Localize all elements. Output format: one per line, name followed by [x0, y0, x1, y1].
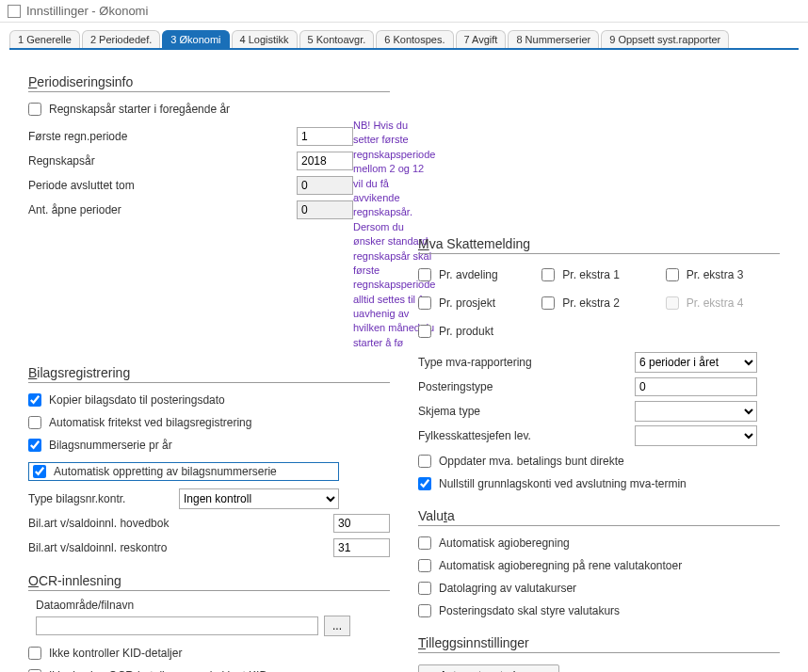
- input-ant-apne-perioder[interactable]: [297, 200, 353, 219]
- checkbox-kopier-bilagsdato[interactable]: [28, 393, 41, 407]
- tab-okonomi[interactable]: 3 Økonomi: [162, 30, 229, 48]
- row-regnskapsar-foregaende: Regnskapsår starter i foregående år: [28, 100, 390, 119]
- checkbox-automatisk-oppretting[interactable]: [33, 465, 46, 478]
- label-dataomrade: Dataområde/filnavn: [36, 599, 390, 612]
- tab-nummerserier[interactable]: 8 Nummerserier: [508, 30, 599, 48]
- tab-logistikk[interactable]: 4 Logistikk: [232, 30, 298, 48]
- label-automatisk-fritekst: Automatisk fritekst ved bilagsregistreri…: [49, 416, 251, 429]
- label-regnskapsar-foregaende: Regnskapsår starter i foregående år: [49, 103, 230, 116]
- label-skjema-type: Skjema type: [418, 405, 635, 418]
- checkbox-pr-produkt[interactable]: [418, 325, 431, 338]
- checkbox-pr-ekstra-1[interactable]: [541, 268, 555, 281]
- label-pr-prosjekt: Pr. prosjekt: [439, 296, 495, 310]
- checkbox-pr-prosjekt[interactable]: [418, 296, 431, 310]
- checkbox-automatisk-fritekst[interactable]: [28, 416, 41, 429]
- label-datolagring: Datolagring av valutakurser: [439, 582, 576, 595]
- label-ikke-kontroller-kid: Ikke kontroller KID-detaljer: [49, 647, 182, 660]
- label-bilart-hovedbok: Bil.art v/saldoinnl. hovedbok: [28, 517, 333, 530]
- title-bar: Innstillinger - Økonomi: [0, 0, 808, 23]
- label-periode-avsluttet-tom: Periode avsluttet tom: [28, 179, 297, 192]
- label-pr-avdeling: Pr. avdeling: [439, 268, 498, 281]
- checkbox-datolagring[interactable]: [418, 582, 431, 595]
- input-periode-avsluttet-tom[interactable]: [297, 176, 353, 195]
- content: Periodiseringsinfo Regnskapsår starter i…: [0, 50, 808, 672]
- label-pr-ekstra-4: Pr. ekstra 4: [687, 296, 744, 310]
- label-forste-regn-periode: Første regn.periode: [28, 130, 297, 143]
- input-posteringstype[interactable]: [635, 377, 757, 396]
- tab-avgift[interactable]: 7 Avgift: [456, 30, 507, 48]
- window-title: Innstillinger - Økonomi: [26, 4, 148, 18]
- checkbox-nullstill-grunnlagskonti[interactable]: [418, 477, 431, 490]
- label-bilart-reskontro: Bil.art v/saldoinnl. reskontro: [28, 541, 333, 554]
- checkbox-oppdater-mva-betalingsbunt[interactable]: [418, 455, 431, 468]
- select-type-bilagsnr-kontr[interactable]: Ingen kontroll: [179, 488, 339, 509]
- label-bilagsnummerserie-pr-ar: Bilagsnummerserie pr år: [49, 439, 172, 452]
- label-pr-ekstra-2: Pr. ekstra 2: [562, 296, 620, 310]
- tabs: 1 Generelle 2 Periodedef. 3 Økonomi 4 Lo…: [9, 30, 799, 50]
- label-pr-ekstra-3: Pr. ekstra 3: [687, 268, 744, 281]
- label-automatisk-agio-rene-valuta: Automatisk agioberegning på rene valutak…: [439, 559, 682, 572]
- row-automatisk-oppretting: Automatisk oppretting av bilagsnummerser…: [28, 462, 339, 481]
- checkbox-regnskapsar-foregaende[interactable]: [28, 103, 41, 116]
- label-fylkesskattesjefen: Fylkesskattesjefen lev.: [418, 429, 635, 442]
- section-periodiseringsinfo: Periodiseringsinfo: [28, 74, 390, 92]
- button-browse-dataomrade[interactable]: ...: [324, 616, 350, 636]
- input-forste-regn-periode[interactable]: [297, 127, 353, 146]
- label-pr-produkt: Pr. produkt: [439, 325, 493, 338]
- input-bilart-hovedbok[interactable]: [333, 514, 390, 533]
- mva-grid: Pr. avdeling Pr. ekstra 1 Pr. ekstra 3 P…: [418, 262, 780, 344]
- checkbox-ikke-kontroller-kid[interactable]: [28, 647, 41, 660]
- right-column: Mva Skattemelding Pr. avdeling Pr. ekstr…: [418, 59, 780, 672]
- label-oppdater-mva-betalingsbunt: Oppdater mva. betalings bunt direkte: [439, 455, 624, 468]
- label-automatisk-oppretting: Automatisk oppretting av bilagsnummerser…: [54, 465, 277, 478]
- checkbox-automatisk-agioberegning[interactable]: [418, 536, 431, 550]
- checkbox-pr-avdeling[interactable]: [418, 268, 431, 281]
- section-bilagsregistrering: Bilagsregistrering: [28, 365, 390, 383]
- label-posteringsdato-styre: Posteringsdato skal styre valutakurs: [439, 604, 620, 617]
- input-bilart-reskontro[interactable]: [333, 538, 390, 557]
- label-type-bilagsnr-kontr: Type bilagsnr.kontr.: [28, 492, 179, 505]
- label-nullstill-grunnlagskonti: Nullstill grunnlagskonti ved avslutning …: [439, 477, 687, 490]
- select-fylkesskattesjefen[interactable]: [635, 425, 757, 446]
- label-posteringstype: Posteringstype: [418, 380, 635, 393]
- label-ant-apne-perioder: Ant. åpne perioder: [28, 203, 297, 216]
- section-tillegg: Tilleggsinnstillinger: [418, 635, 780, 653]
- checkbox-automatisk-agio-rene-valuta[interactable]: [418, 559, 431, 572]
- label-type-mva: Type mva-rapportering: [418, 356, 635, 369]
- tab-generelle[interactable]: 1 Generelle: [9, 30, 80, 48]
- section-ocr: OCR-innlesning: [28, 573, 390, 591]
- checkbox-pr-ekstra-4: [666, 296, 679, 310]
- label-kopier-bilagsdato: Kopier bilagsdato til posteringsdato: [49, 393, 225, 407]
- checkbox-pr-ekstra-3[interactable]: [666, 268, 679, 281]
- input-dataomrade[interactable]: [36, 616, 318, 635]
- checkbox-posteringsdato-styre[interactable]: [418, 604, 431, 617]
- tab-kontoavgr[interactable]: 5 Kontoavgr.: [299, 30, 375, 48]
- tab-oppsett-syst-rapporter[interactable]: 9 Oppsett syst.rapporter: [601, 30, 729, 48]
- label-automatisk-agioberegning: Automatisk agioberegning: [439, 536, 570, 550]
- label-pr-ekstra-1: Pr. ekstra 1: [562, 268, 620, 281]
- tab-kontospes[interactable]: 6 Kontospes.: [376, 30, 453, 48]
- section-mva: Mva Skattemelding: [418, 236, 780, 254]
- tab-periodedef[interactable]: 2 Periodedef.: [82, 30, 160, 48]
- select-type-mva[interactable]: 6 perioder i året: [635, 352, 757, 373]
- app-icon: [8, 5, 21, 18]
- left-column: Periodiseringsinfo Regnskapsår starter i…: [28, 59, 390, 672]
- label-regnskapsar: Regnskapsår: [28, 154, 297, 168]
- input-regnskapsar[interactable]: [297, 152, 353, 170]
- section-valuta: Valuta: [418, 508, 780, 526]
- button-automatposteringer[interactable]: Automatposteringer: [418, 664, 559, 672]
- checkbox-pr-ekstra-2[interactable]: [541, 296, 555, 310]
- checkbox-bilagsnummerserie-pr-ar[interactable]: [28, 439, 41, 452]
- select-skjema-type[interactable]: [635, 401, 757, 422]
